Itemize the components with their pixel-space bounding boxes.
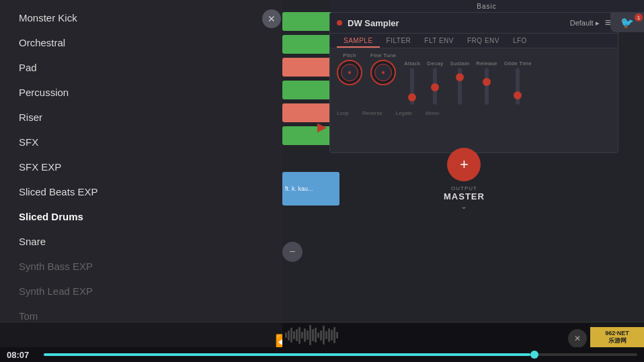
instrument-item-orchestral[interactable]: Orchestral bbox=[0, 30, 282, 55]
glide-slider-group: Glide Time bbox=[504, 60, 532, 105]
sustain-slider[interactable] bbox=[458, 68, 462, 105]
sustain-label: Sustain bbox=[450, 60, 470, 66]
watermark: 962·NET 乐游网 bbox=[590, 327, 644, 347]
dw-sampler-panel: DW Sampler Default ▸ ≡ SAMPLE FILTER FLT… bbox=[329, 12, 618, 153]
attack-slider[interactable] bbox=[410, 68, 414, 105]
bird-icon[interactable]: 🐦 1 bbox=[610, 12, 644, 32]
tab-lfo[interactable]: LFO bbox=[506, 34, 534, 48]
instrument-item-sfx[interactable]: SFX bbox=[0, 130, 282, 154]
bird-glyph: 🐦 bbox=[620, 16, 634, 29]
decay-label: Decay bbox=[427, 60, 443, 66]
chevron-down-icon[interactable]: ⌄ bbox=[460, 201, 467, 211]
tab-flt-env[interactable]: FLT ENV bbox=[417, 34, 460, 48]
progress-bar-fill bbox=[44, 353, 530, 356]
glide-slider[interactable] bbox=[516, 68, 520, 105]
instrument-item-pad[interactable]: Pad bbox=[0, 55, 282, 80]
progress-bar-track[interactable] bbox=[44, 353, 637, 356]
x-icon: ✕ bbox=[574, 334, 581, 343]
dw-preset-label[interactable]: Default ▸ bbox=[570, 19, 600, 28]
fine-tune-knob[interactable] bbox=[370, 60, 396, 85]
release-label: Release bbox=[476, 60, 497, 66]
track-7[interactable]: ft. k. kau... bbox=[282, 172, 339, 206]
close-icon: ✕ bbox=[268, 13, 276, 24]
decay-slider-group: Decay bbox=[427, 60, 443, 105]
glide-label: Glide Time bbox=[504, 60, 532, 66]
instrument-item-monster-kick[interactable]: Monster Kick bbox=[0, 5, 282, 30]
attack-slider-group: Attack bbox=[404, 60, 420, 105]
watermark-text: 962·NET 乐游网 bbox=[605, 330, 629, 345]
release-slider[interactable] bbox=[485, 68, 489, 105]
reverse-label: Reverse bbox=[362, 110, 383, 116]
output-section: + OUTPUT MASTER ⌄ bbox=[444, 148, 485, 211]
instrument-item-snare[interactable]: Snare bbox=[0, 229, 282, 254]
master-label: MASTER bbox=[444, 191, 485, 201]
basic-label: Basic bbox=[329, 0, 644, 12]
instrument-item-synth-bass-exp[interactable]: Synth Bass EXP bbox=[0, 254, 282, 279]
close-button[interactable]: ✕ bbox=[262, 9, 281, 28]
tab-filter[interactable]: FILTER bbox=[380, 34, 418, 48]
dw-sampler-title: DW Sampler bbox=[348, 18, 570, 28]
close-right-button[interactable]: ✕ bbox=[568, 329, 587, 348]
pitch-knob[interactable] bbox=[337, 60, 362, 85]
legato-label: Legato bbox=[396, 110, 412, 116]
pitch-label: Pitch bbox=[343, 52, 356, 58]
progress-thumb[interactable] bbox=[530, 351, 538, 359]
instrument-item-riser[interactable]: Riser bbox=[0, 105, 282, 130]
progress-section: 08:07 bbox=[0, 347, 644, 362]
time-display: 08:07 bbox=[7, 350, 37, 360]
output-label: OUTPUT bbox=[451, 185, 477, 191]
sustain-slider-group: Sustain bbox=[450, 60, 470, 105]
attack-label: Attack bbox=[404, 60, 420, 66]
nav-arrow[interactable]: ▶ bbox=[317, 120, 327, 134]
release-slider-group: Release bbox=[476, 60, 497, 105]
dw-bottom-labels: Loop Reverse Legato Mono bbox=[330, 109, 618, 118]
plus-icon: + bbox=[460, 156, 469, 173]
mono-label: Mono bbox=[426, 110, 439, 116]
basic-text: Basic bbox=[477, 3, 496, 10]
notif-badge: 1 bbox=[635, 13, 643, 21]
tab-sample[interactable]: SAMPLE bbox=[337, 34, 380, 48]
instrument-item-synth-lead-exp[interactable]: Synth Lead EXP bbox=[0, 279, 282, 304]
instrument-item-percussion[interactable]: Percussion bbox=[0, 80, 282, 105]
instrument-item-sliced-beats-exp[interactable]: Sliced Beats EXP bbox=[0, 179, 282, 204]
fine-tune-label: Fine Tune bbox=[370, 52, 396, 58]
dw-tabs: SAMPLE FILTER FLT ENV FRQ ENV LFO bbox=[330, 34, 618, 48]
instrument-list: Monster Kick Orchestral Pad Percussion R… bbox=[0, 0, 282, 322]
main-area: ft. k. kau... Basic 🐦 1 DW Sampler Defau… bbox=[0, 0, 644, 322]
app-container: ft. k. kau... Basic 🐦 1 DW Sampler Defau… bbox=[0, 0, 644, 362]
dw-dot bbox=[337, 20, 342, 26]
instrument-item-sliced-drums[interactable]: Sliced Drums bbox=[0, 204, 282, 229]
tab-frq-env[interactable]: FRQ ENV bbox=[460, 34, 506, 48]
add-output-button[interactable]: + bbox=[447, 148, 481, 181]
decay-slider[interactable] bbox=[433, 68, 437, 105]
dw-sampler-header: DW Sampler Default ▸ ≡ bbox=[330, 13, 618, 34]
minus-icon: − bbox=[289, 246, 295, 258]
loop-label: Loop bbox=[337, 110, 349, 116]
instrument-item-tom[interactable]: Tom bbox=[0, 304, 282, 322]
waveform-area bbox=[282, 323, 590, 347]
instrument-item-sfx-exp[interactable]: SFX EXP bbox=[0, 154, 282, 179]
scroll-minus-button[interactable]: − bbox=[282, 242, 303, 262]
dw-sampler-body: Pitch Fine Tune bbox=[330, 48, 618, 109]
